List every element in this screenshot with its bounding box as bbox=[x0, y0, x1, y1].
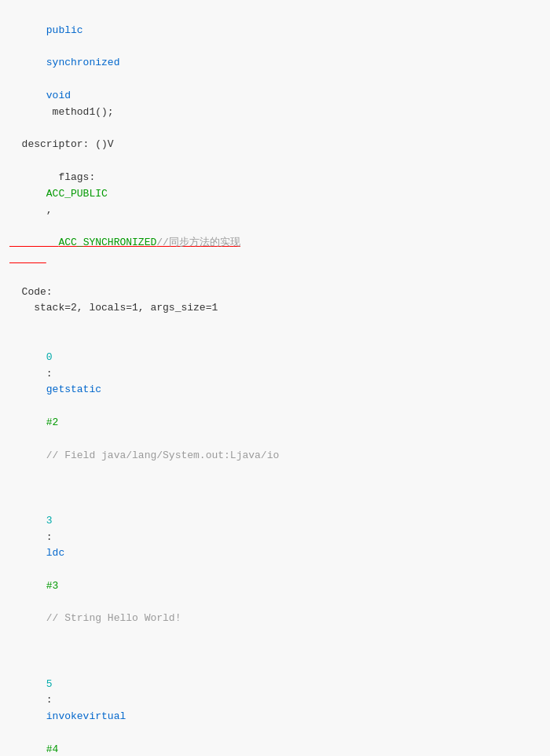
keyword-void: void bbox=[46, 90, 71, 101]
code-line-flags1: flags: ACC_PUBLIC , ACC_SYNCHRONIZED//同步… bbox=[0, 153, 550, 284]
method-name-1: method1(); bbox=[46, 106, 114, 118]
code-line-code1: Code: bbox=[0, 284, 550, 301]
acc-public: ACC_PUBLIC bbox=[46, 188, 108, 200]
code-line-descriptor1: descriptor: ()V bbox=[0, 137, 550, 153]
code-line-bc0: 0 : getstatic #2 // Field java/lang/Syst… bbox=[0, 317, 550, 480]
code-container: public synchronized void method1(); desc… bbox=[0, 0, 550, 756]
code-line-1: public synchronized void method1(); bbox=[0, 6, 550, 137]
code-line-bc5: 5 : invokevirtual #4 // Method java/io/P… bbox=[0, 644, 550, 756]
keyword-public: public bbox=[46, 24, 83, 36]
code-line-bc3: 3 : ldc #3 // String Hello World! bbox=[0, 480, 550, 644]
keyword-synchronized: synchronized bbox=[46, 57, 120, 68]
code-line-stack1: stack=2, locals=1, args_size=1 bbox=[0, 300, 550, 317]
acc-synchronized: ACC_SYNCHRONIZED//同步方法的实现 bbox=[9, 237, 240, 265]
